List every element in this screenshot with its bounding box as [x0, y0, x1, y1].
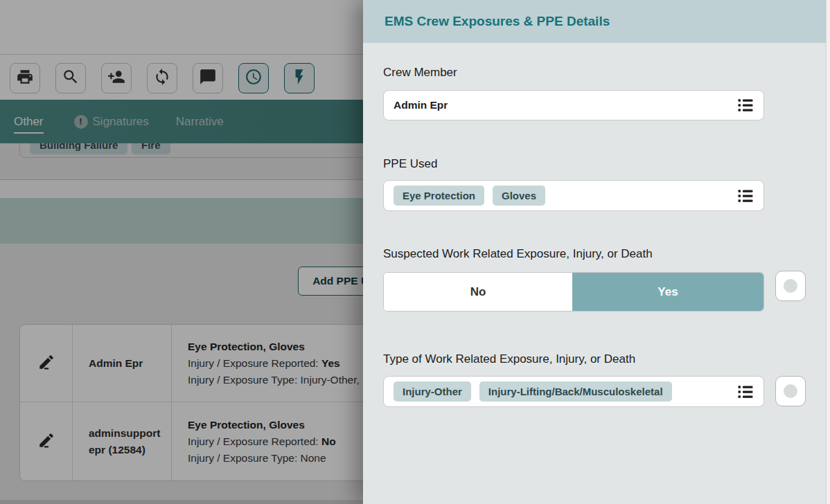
crew-member-field[interactable]: Admin Epr	[383, 90, 764, 120]
toggle-option-yes[interactable]: Yes	[572, 273, 763, 311]
ems-crew-exposures-panel: EMS Crew Exposures & PPE Details Crew Me…	[363, 0, 826, 504]
exposure-type-label: Type of Work Related Exposure, Injury, o…	[383, 352, 635, 366]
scrollbar-track[interactable]	[826, 0, 830, 504]
crew-member-value: Admin Epr	[394, 99, 448, 111]
status-dot-button[interactable]	[775, 376, 806, 406]
ppe-chip[interactable]: Eye Protection	[394, 186, 484, 206]
exposure-type-chip[interactable]: Injury-Lifting/Back/Musculoskeletal	[479, 381, 672, 402]
list-picker-icon[interactable]	[736, 96, 755, 115]
ppe-chip[interactable]: Gloves	[493, 186, 545, 206]
ppe-used-label: PPE Used	[383, 157, 437, 171]
exposure-type-field[interactable]: Injury-Other Injury-Lifting/Back/Musculo…	[383, 376, 764, 407]
status-dot	[784, 279, 797, 293]
app-root: Building Failure Fire Other ! Signatures…	[0, 0, 830, 504]
status-dot-button[interactable]	[775, 271, 806, 301]
toggle-option-no[interactable]: No	[384, 273, 572, 311]
exposure-type-chip[interactable]: Injury-Other	[394, 381, 471, 402]
status-dot	[784, 384, 797, 398]
list-picker-icon[interactable]	[736, 382, 755, 402]
suspected-exposure-toggle: No Yes	[383, 272, 764, 312]
crew-member-label: Crew Member	[383, 66, 457, 80]
suspected-exposure-label: Suspected Work Related Exposure, Injury,…	[383, 247, 653, 261]
panel-title: EMS Crew Exposures & PPE Details	[363, 0, 826, 43]
ppe-used-field[interactable]: Eye Protection Gloves	[383, 180, 764, 211]
list-picker-icon[interactable]	[736, 186, 755, 206]
